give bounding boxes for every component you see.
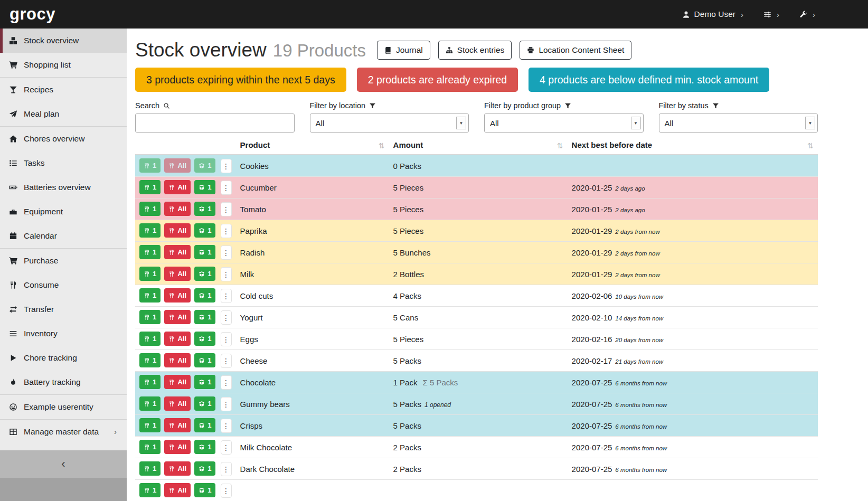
open-one-button[interactable]: 1 xyxy=(194,483,215,497)
consume-one-button[interactable]: 1 xyxy=(139,396,161,411)
sidebar-item-purchase[interactable]: Purchase xyxy=(0,249,127,273)
row-menu-button[interactable]: ⋮ xyxy=(221,224,232,238)
row-menu-button[interactable]: ⋮ xyxy=(221,159,232,173)
consume-one-button[interactable]: 1 xyxy=(139,353,161,367)
open-one-button[interactable]: 1 xyxy=(194,158,215,173)
row-menu-button[interactable]: ⋮ xyxy=(221,310,232,325)
consume-all-button[interactable]: All xyxy=(164,310,191,324)
open-one-button[interactable]: 1 xyxy=(194,353,215,367)
open-one-button[interactable]: 1 xyxy=(194,310,215,324)
consume-all-button[interactable]: All xyxy=(164,440,191,454)
row-menu-button[interactable]: ⋮ xyxy=(221,289,232,303)
row-menu-button[interactable]: ⋮ xyxy=(221,245,232,260)
filter-by-product-group-select[interactable]: All ▼ xyxy=(484,114,644,133)
open-one-button[interactable]: 1 xyxy=(194,332,215,346)
consume-all-button[interactable]: All xyxy=(164,180,191,194)
open-one-button[interactable]: 1 xyxy=(194,267,215,281)
consume-one-button[interactable]: 1 xyxy=(139,332,161,346)
open-one-button[interactable]: 1 xyxy=(194,396,215,411)
consume-one-button[interactable]: 1 xyxy=(139,483,161,497)
row-menu-button[interactable]: ⋮ xyxy=(221,202,232,216)
consume-one-button[interactable]: 1 xyxy=(139,310,161,324)
sidebar-item-recipes[interactable]: Recipes xyxy=(0,78,127,102)
amount-column-header[interactable]: Amount ⇅ xyxy=(389,138,568,155)
consume-all-button[interactable]: All xyxy=(164,418,191,432)
row-menu-button[interactable]: ⋮ xyxy=(221,484,232,498)
row-menu-button[interactable]: ⋮ xyxy=(221,267,232,281)
settings-menu[interactable]: › xyxy=(763,10,779,19)
open-one-button[interactable]: 1 xyxy=(194,202,215,216)
consume-one-button[interactable]: 1 xyxy=(139,223,161,238)
open-one-button[interactable]: 1 xyxy=(194,418,215,432)
banner-info[interactable]: 4 products are below defined min. stock … xyxy=(529,68,769,92)
sidebar-item-transfer[interactable]: Transfer xyxy=(0,297,127,322)
consume-all-button[interactable]: All xyxy=(164,223,191,238)
consume-all-button[interactable]: All xyxy=(164,396,191,411)
sidebar-item-consume[interactable]: Consume xyxy=(0,273,127,297)
consume-all-button[interactable]: All xyxy=(164,483,191,497)
consume-one-button[interactable]: 1 xyxy=(139,158,161,173)
consume-all-button[interactable]: All xyxy=(164,461,191,476)
filter-by-location-select[interactable]: All ▼ xyxy=(310,114,469,133)
sidebar-item-manage-master-data[interactable]: Manage master data › xyxy=(0,420,127,444)
row-menu-button[interactable]: ⋮ xyxy=(221,354,232,368)
row-menu-button[interactable]: ⋮ xyxy=(221,181,232,195)
open-one-button[interactable]: 1 xyxy=(194,375,215,389)
consume-one-button[interactable]: 1 xyxy=(139,202,161,216)
sort-icon[interactable]: ⇅ xyxy=(379,141,385,150)
sidebar-item-example-userentity[interactable]: Example userentity xyxy=(0,395,127,420)
sidebar-item-inventory[interactable]: Inventory xyxy=(0,322,127,346)
consume-one-button[interactable]: 1 xyxy=(139,180,161,194)
open-one-button[interactable]: 1 xyxy=(194,288,215,303)
filter-by-status-select[interactable]: All ▼ xyxy=(659,114,818,133)
row-menu-button[interactable]: ⋮ xyxy=(221,462,232,476)
product-column-header[interactable]: Product ⇅ xyxy=(236,138,389,155)
row-menu-button[interactable]: ⋮ xyxy=(221,397,232,411)
search-input[interactable] xyxy=(135,114,295,133)
consume-one-button[interactable]: 1 xyxy=(139,288,161,303)
sidebar-item-shopping-list[interactable]: Shopping list xyxy=(0,53,127,78)
row-menu-button[interactable]: ⋮ xyxy=(221,375,232,390)
open-one-button[interactable]: 1 xyxy=(194,461,215,476)
sidebar-item-calendar[interactable]: Calendar xyxy=(0,224,127,249)
consume-one-button[interactable]: 1 xyxy=(139,245,161,259)
consume-all-button[interactable]: All xyxy=(164,332,191,346)
sidebar-item-tasks[interactable]: Tasks xyxy=(0,151,127,175)
consume-all-button[interactable]: All xyxy=(164,202,191,216)
sidebar-collapse-button[interactable]: ‹ xyxy=(0,450,127,478)
date-column-header[interactable]: Next best before date ⇅ xyxy=(568,138,818,155)
open-one-button[interactable]: 1 xyxy=(194,223,215,238)
consume-all-button[interactable]: All xyxy=(164,353,191,367)
consume-all-button[interactable]: All xyxy=(164,267,191,281)
consume-one-button[interactable]: 1 xyxy=(139,375,161,389)
banner-danger[interactable]: 2 products are already expired xyxy=(357,68,518,92)
app-logo[interactable]: grocy xyxy=(10,5,55,24)
sidebar-item-chores-overview[interactable]: Chores overview xyxy=(0,127,127,151)
consume-one-button[interactable]: 1 xyxy=(139,267,161,281)
sidebar-item-battery-tracking[interactable]: Battery tracking xyxy=(0,370,127,395)
stock-entries-button[interactable]: Stock entries xyxy=(438,41,512,60)
sidebar-item-stock-overview[interactable]: Stock overview xyxy=(0,29,127,53)
row-menu-button[interactable]: ⋮ xyxy=(221,332,232,346)
sidebar-item-batteries-overview[interactable]: Batteries overview xyxy=(0,175,127,200)
banner-warning[interactable]: 3 products expiring within the next 5 da… xyxy=(135,68,346,92)
consume-all-button[interactable]: All xyxy=(164,375,191,389)
user-menu[interactable]: Demo User › xyxy=(682,10,743,19)
sidebar-item-meal-plan[interactable]: Meal plan xyxy=(0,102,127,127)
sidebar-item-equipment[interactable]: Equipment xyxy=(0,200,127,224)
consume-one-button[interactable]: 1 xyxy=(139,440,161,454)
consume-all-button[interactable]: All xyxy=(164,158,191,173)
admin-menu[interactable]: › xyxy=(799,10,815,19)
consume-all-button[interactable]: All xyxy=(164,245,191,259)
open-one-button[interactable]: 1 xyxy=(194,245,215,259)
sort-icon[interactable]: ⇅ xyxy=(807,141,814,150)
sort-icon[interactable]: ⇅ xyxy=(557,141,563,150)
open-one-button[interactable]: 1 xyxy=(194,180,215,194)
journal-button[interactable]: Journal xyxy=(377,41,430,60)
consume-one-button[interactable]: 1 xyxy=(139,461,161,476)
location-content-sheet-button[interactable]: Location Content Sheet xyxy=(520,41,631,60)
consume-one-button[interactable]: 1 xyxy=(139,418,161,432)
sidebar-item-chore-tracking[interactable]: Chore tracking xyxy=(0,346,127,370)
open-one-button[interactable]: 1 xyxy=(194,440,215,454)
consume-all-button[interactable]: All xyxy=(164,288,191,303)
